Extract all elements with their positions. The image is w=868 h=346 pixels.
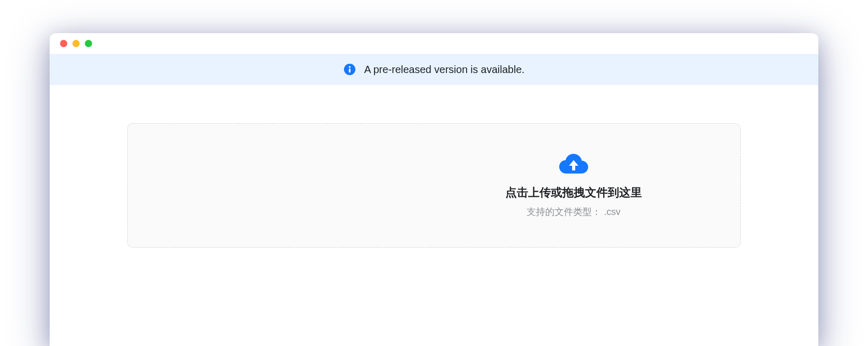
alert-message: A pre-released version is available.: [364, 64, 525, 76]
info-alert-banner: A pre-released version is available.: [50, 54, 818, 85]
upload-subtitle: 支持的文件类型： .csv: [527, 206, 620, 218]
close-window-button[interactable]: [60, 40, 67, 47]
maximize-window-button[interactable]: [85, 40, 92, 47]
minimize-window-button[interactable]: [72, 40, 80, 47]
svg-point-1: [349, 66, 350, 68]
info-icon: [343, 63, 356, 76]
upload-title: 点击上传或拖拽文件到这里: [505, 185, 642, 200]
app-window: A pre-released version is available. 点击上…: [50, 33, 818, 346]
file-upload-dropzone[interactable]: 点击上传或拖拽文件到这里 支持的文件类型： .csv: [127, 123, 741, 248]
cloud-upload-icon: [559, 153, 588, 176]
svg-rect-2: [349, 68, 350, 73]
main-content: 点击上传或拖拽文件到这里 支持的文件类型： .csv: [50, 85, 818, 346]
window-titlebar: [50, 33, 818, 54]
